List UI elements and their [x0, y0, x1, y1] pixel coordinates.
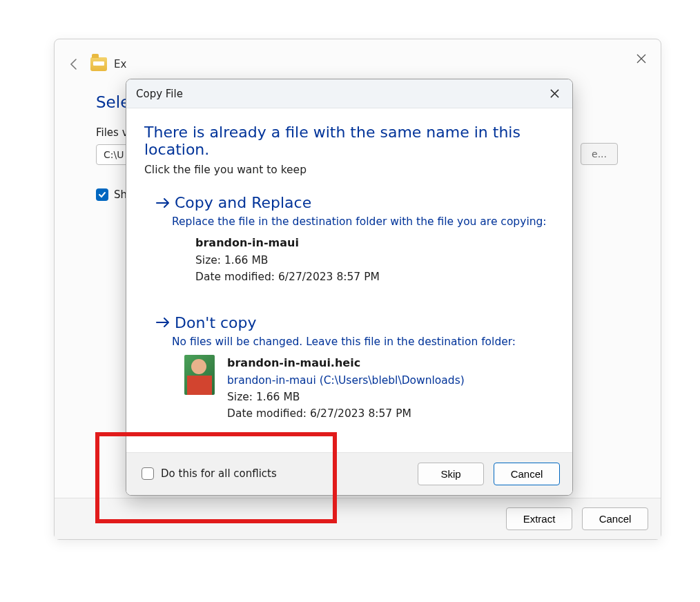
destination-file-modified: Date modified: 6/27/2023 8:57 PM [227, 405, 465, 422]
option-copy-replace[interactable]: Copy and Replace Replace the file in the… [144, 191, 554, 295]
source-file-name: brandon-in-maui [195, 235, 380, 252]
destination-file-path[interactable]: brandon-in-maui (C:\Users\blebl\Download… [227, 372, 465, 389]
all-conflicts-label: Do this for all conflicts [161, 467, 277, 480]
option-dont-copy[interactable]: Don't copy No files will be changed. Lea… [144, 311, 554, 431]
extract-button[interactable]: Extract [506, 507, 572, 530]
close-icon[interactable] [632, 49, 651, 68]
show-files-checkbox[interactable] [96, 188, 108, 201]
dialog-title: Copy File [136, 88, 183, 100]
close-icon[interactable] [546, 86, 563, 102]
destination-file-name: brandon-in-maui.heic [227, 355, 465, 372]
copy-file-dialog: Copy File There is already a file with t… [126, 79, 573, 496]
arrow-right-icon [155, 316, 171, 329]
source-file-size: Size: 1.66 MB [195, 252, 380, 269]
conflict-subtext: Click the file you want to keep [144, 164, 554, 176]
extract-cancel-button[interactable]: Cancel [582, 507, 648, 530]
zip-folder-icon [90, 57, 107, 71]
conflict-headline: There is already a file with the same na… [144, 124, 554, 158]
destination-file-thumbnail [184, 355, 215, 395]
option-dont-copy-desc: No files will be changed. Leave this fil… [172, 336, 554, 348]
skip-button[interactable]: Skip [418, 463, 484, 485]
option-dont-copy-title: Don't copy [175, 314, 257, 331]
back-arrow-icon[interactable] [64, 55, 84, 74]
option-copy-replace-title: Copy and Replace [175, 194, 311, 211]
destination-file-size: Size: 1.66 MB [227, 389, 465, 405]
source-file-modified: Date modified: 6/27/2023 8:57 PM [195, 269, 380, 285]
option-copy-replace-desc: Replace the file in the destination fold… [172, 215, 554, 228]
extract-header-text: Ex [114, 58, 126, 70]
browse-button[interactable]: e... [581, 143, 618, 165]
all-conflicts-checkbox[interactable] [142, 467, 154, 480]
extract-footer: Extract Cancel [55, 498, 661, 539]
arrow-right-icon [155, 197, 171, 209]
cancel-button[interactable]: Cancel [494, 463, 560, 485]
